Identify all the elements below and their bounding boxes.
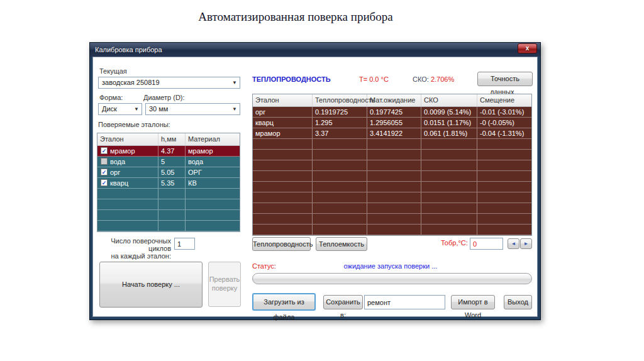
table-row[interactable]: мрамор 3.37 3.4141922 0.061 (1.81%) -0.0… — [253, 128, 531, 139]
table-row[interactable]: кварц 1.295 1.2956055 0.0151 (1.17%) -0 … — [253, 118, 531, 128]
tobr-input[interactable] — [470, 238, 503, 250]
current-config-label: Текущая — [99, 67, 127, 75]
table-row[interactable] — [253, 225, 531, 235]
window-titlebar[interactable]: Калибровка прибора x — [90, 43, 540, 57]
form-label: Форма: — [99, 94, 123, 101]
status-label: Статус: — [252, 262, 276, 270]
save-to-button[interactable]: Сохранить в: — [323, 295, 363, 309]
diameter-label: Диаметр (D): — [143, 94, 185, 101]
close-icon[interactable]: x — [518, 43, 537, 53]
table-row[interactable]: ✓мрамор 4.37 мрамор — [97, 146, 240, 157]
tobr-label: Тобр,°С: — [441, 239, 468, 247]
results-table-header: Эталон Теплопроводность Мат.ожидание СКО… — [253, 94, 531, 107]
conductivity-tab-button[interactable]: Теплопроводность — [252, 237, 311, 251]
heat-capacity-tab-button[interactable]: Теплоемкость — [316, 237, 367, 251]
table-row[interactable] — [97, 221, 240, 231]
spin-right-button[interactable]: ► — [520, 238, 532, 249]
spin-left-button[interactable]: ◄ — [508, 238, 519, 249]
table-row[interactable] — [253, 203, 531, 214]
cycles-label: Число поверочных цикловна каждый эталон: — [101, 237, 171, 260]
temperature-readout: Т= 0.0 °С — [359, 75, 389, 83]
dialog-client-area: Текущая заводская 250819 ▼ Форма: Диамет… — [92, 57, 538, 317]
cycles-input[interactable] — [174, 238, 195, 250]
standards-table: Эталон h,мм Материал ✓мрамор 4.37 мрамор… — [97, 133, 240, 232]
conductivity-section-label: ТЕПЛОПРОВОДНОСТЬ — [252, 75, 331, 83]
results-table: Эталон Теплопроводность Мат.ожидание СКО… — [252, 94, 532, 236]
current-config-select[interactable]: заводская 250819 ▼ — [98, 77, 240, 89]
sko-value: 2.706% — [431, 75, 454, 83]
table-row[interactable]: вода 5 вода — [97, 157, 240, 167]
status-text: ожидание запуска поверки ... — [296, 262, 485, 270]
save-name-input[interactable] — [364, 295, 445, 309]
checkbox[interactable]: ✓ — [101, 147, 108, 154]
table-row[interactable] — [253, 214, 531, 225]
load-from-file-button[interactable]: Загрузить из файла — [252, 293, 316, 311]
table-row[interactable] — [253, 160, 531, 171]
checkbox[interactable]: ✓ — [101, 179, 108, 186]
table-row[interactable] — [97, 199, 240, 210]
sko-label: СКО: 2.706% — [413, 75, 454, 83]
chevron-down-icon: ▼ — [134, 104, 139, 114]
diameter-select[interactable]: 30 мм ▼ — [145, 103, 240, 115]
start-verification-button[interactable]: Начать поверку ... — [99, 262, 203, 308]
table-row[interactable]: орг 0.1919725 0.1977425 0.0099 (5.14%) -… — [253, 107, 531, 118]
table-row[interactable] — [253, 150, 531, 160]
table-row[interactable] — [253, 192, 531, 203]
standards-table-header: Эталон h,мм Материал — [97, 133, 240, 146]
table-row[interactable]: ✓орг 5.05 ОРГ — [97, 167, 240, 178]
progress-bar — [252, 273, 532, 284]
table-row[interactable] — [253, 139, 531, 150]
checkbox[interactable] — [101, 158, 108, 165]
calibration-dialog: Калибровка прибора x Текущая заводская 2… — [89, 42, 541, 320]
checkbox[interactable]: ✓ — [101, 169, 108, 175]
import-word-button[interactable]: Импорт в Word — [451, 295, 495, 309]
table-row[interactable] — [97, 189, 240, 199]
standards-label: Поверяемые эталоны: — [98, 121, 170, 128]
data-accuracy-button[interactable]: Точность данных... — [477, 72, 533, 86]
abort-verification-button[interactable]: Прерватьповерку — [208, 262, 241, 307]
table-row[interactable] — [253, 171, 531, 182]
form-select[interactable]: Диск ▼ — [98, 103, 142, 115]
window-title: Калибровка прибора — [95, 46, 162, 53]
page-title: Автоматизированная поверка прибора — [0, 10, 591, 24]
table-row[interactable] — [97, 210, 240, 221]
chevron-down-icon: ▼ — [232, 104, 237, 114]
table-row[interactable]: ✓кварц 5.35 КВ — [97, 178, 240, 189]
table-row[interactable] — [253, 182, 531, 192]
chevron-down-icon: ▼ — [232, 77, 237, 88]
exit-button[interactable]: Выход — [504, 295, 532, 309]
page: Автоматизированная поверка прибора Калиб… — [0, 0, 644, 361]
